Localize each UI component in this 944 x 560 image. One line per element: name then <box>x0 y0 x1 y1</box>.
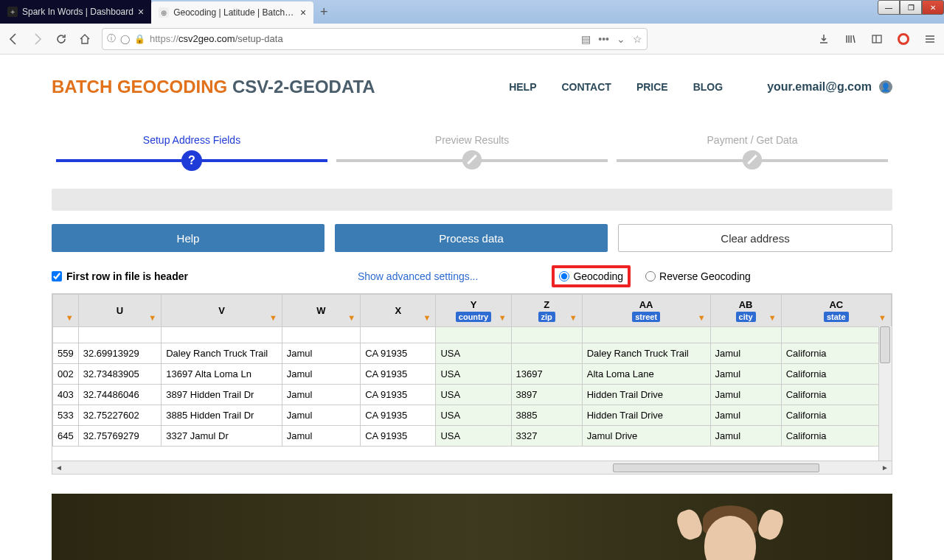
cell[interactable] <box>511 343 582 364</box>
cell[interactable]: California <box>781 426 891 447</box>
cell[interactable]: CA 91935 <box>361 364 436 385</box>
cell[interactable]: California <box>781 385 891 405</box>
horizontal-scrollbar[interactable]: ◄ ► <box>52 461 892 474</box>
column-header-z[interactable]: Zzip▼ <box>511 295 582 327</box>
cell[interactable]: CA 91935 <box>361 405 436 426</box>
cell[interactable]: USA <box>436 343 511 364</box>
cell[interactable]: Jamul <box>282 405 360 426</box>
chevron-down-icon[interactable]: ▼ <box>768 313 777 322</box>
column-header-ac[interactable]: ACstate▼ <box>781 295 891 327</box>
cell[interactable]: Jamul <box>282 385 360 405</box>
nav-price[interactable]: PRICE <box>636 81 668 93</box>
chevron-down-icon[interactable]: ▼ <box>148 313 156 322</box>
reload-button[interactable] <box>55 32 68 46</box>
close-icon[interactable]: × <box>300 7 306 18</box>
table-row[interactable]: 53332.752276023885 Hidden Trail DrJamulC… <box>53 405 892 426</box>
column-header-v[interactable]: V▼ <box>162 295 282 327</box>
tab-active[interactable]: ⊕ Geocoding | Latitude | Batch Ge × <box>151 1 313 24</box>
page-viewport[interactable]: BATCH GEOCODING CSV-2-GEODATA HELP CONTA… <box>0 55 944 560</box>
close-icon[interactable]: × <box>138 6 144 18</box>
library-icon[interactable] <box>844 32 857 46</box>
back-button[interactable] <box>7 32 21 46</box>
step-1[interactable]: Setup Address Fields ? <box>52 134 332 162</box>
cell[interactable]: Jamul <box>282 426 360 447</box>
table-row[interactable]: 00232.7348390513697 Alta Loma LnJamulCA … <box>53 364 892 385</box>
cell[interactable]: 3327 <box>511 426 582 447</box>
scroll-left-icon[interactable]: ◄ <box>52 463 66 472</box>
menu-button[interactable] <box>923 32 937 46</box>
cell[interactable]: 3897 <box>511 385 582 405</box>
cell[interactable]: USA <box>436 426 511 447</box>
chevron-down-icon[interactable]: ▼ <box>269 313 277 322</box>
header-row-checkbox[interactable]: First row in file is header <box>52 270 188 282</box>
cell[interactable]: 403 <box>53 385 79 405</box>
maximize-button[interactable]: ❐ <box>900 0 922 15</box>
info-icon[interactable]: ⓘ <box>107 32 116 45</box>
cell[interactable]: 533 <box>53 405 79 426</box>
scroll-thumb[interactable] <box>613 463 819 472</box>
home-button[interactable] <box>78 32 91 46</box>
cell[interactable]: 32.73483905 <box>78 364 161 385</box>
cell[interactable]: 32.74486046 <box>78 385 161 405</box>
cell[interactable]: Daley Ranch Truck Trail <box>162 343 282 364</box>
cell[interactable]: 559 <box>53 343 79 364</box>
column-header-x[interactable]: X▼ <box>361 295 436 327</box>
column-header-w[interactable]: W▼ <box>282 295 360 327</box>
cell[interactable]: California <box>781 364 891 385</box>
cell[interactable]: Daley Ranch Truck Trail <box>582 343 710 364</box>
chevron-down-icon[interactable]: ▼ <box>423 313 431 322</box>
cell[interactable]: CA 91935 <box>361 426 436 447</box>
cell[interactable]: Jamul <box>710 343 781 364</box>
download-icon[interactable] <box>817 32 830 46</box>
cell[interactable]: 645 <box>53 426 79 447</box>
cell[interactable]: USA <box>436 405 511 426</box>
new-tab-button[interactable]: + <box>313 0 334 24</box>
cell[interactable]: 32.69913929 <box>78 343 161 364</box>
vertical-scrollbar[interactable] <box>878 326 892 461</box>
url-bar[interactable]: ⓘ ◯ 🔒 https://csv2geo.com/setup-data ▤ •… <box>102 28 648 50</box>
cell[interactable]: 32.75227602 <box>78 405 161 426</box>
cell[interactable]: Hidden Trail Drive <box>582 385 710 405</box>
chevron-down-icon[interactable]: ▼ <box>878 313 886 322</box>
cell[interactable]: 3327 Jamul Dr <box>162 426 282 447</box>
nav-contact[interactable]: CONTACT <box>561 81 611 93</box>
process-data-button[interactable]: Process data <box>335 224 608 252</box>
cell[interactable]: 002 <box>53 364 79 385</box>
more-icon[interactable]: ••• <box>598 33 609 45</box>
opera-icon[interactable] <box>897 32 910 46</box>
cell[interactable]: 13697 Alta Loma Ln <box>162 364 282 385</box>
tab-inactive[interactable]: ✦ Spark In Words | Dashboard × <box>0 0 151 24</box>
nav-blog[interactable]: BLOG <box>693 81 723 93</box>
cell[interactable]: CA 91935 <box>361 343 436 364</box>
column-header-aa[interactable]: AAstreet▼ <box>582 295 710 327</box>
pocket-icon[interactable]: ⌄ <box>617 33 625 45</box>
table-row[interactable]: 64532.757692793327 Jamul DrJamulCA 91935… <box>53 426 892 447</box>
star-icon[interactable]: ☆ <box>633 33 642 45</box>
cell[interactable]: USA <box>436 364 511 385</box>
cell[interactable]: 3885 <box>511 405 582 426</box>
cell[interactable]: Jamul <box>282 364 360 385</box>
shield-icon[interactable]: ◯ <box>120 34 130 44</box>
column-header-u[interactable]: U▼ <box>78 295 161 327</box>
chevron-down-icon[interactable]: ▼ <box>569 313 577 322</box>
sidebar-icon[interactable] <box>870 32 884 46</box>
cell[interactable]: 32.75769279 <box>78 426 161 447</box>
radio-input[interactable] <box>645 271 656 281</box>
reader-icon[interactable]: ▤ <box>581 33 591 45</box>
avatar-icon[interactable]: 👤 <box>879 80 892 94</box>
chevron-down-icon[interactable]: ▼ <box>698 313 706 322</box>
cell[interactable]: Jamul <box>710 426 781 447</box>
geocoding-radio[interactable]: Geocoding <box>552 265 631 287</box>
cell[interactable]: California <box>781 343 891 364</box>
chevron-down-icon[interactable]: ▼ <box>66 313 74 322</box>
user-info[interactable]: your.email@g.com 👤 <box>767 80 892 94</box>
minimize-button[interactable]: — <box>878 0 900 15</box>
chevron-down-icon[interactable]: ▼ <box>499 313 507 322</box>
table-row[interactable]: 40332.744860463897 Hidden Trail DrJamulC… <box>53 385 892 405</box>
nav-help[interactable]: HELP <box>509 81 536 93</box>
help-button[interactable]: Help <box>52 224 324 252</box>
cell[interactable]: CA 91935 <box>361 385 436 405</box>
logo[interactable]: BATCH GEOCODING CSV-2-GEODATA <box>52 77 375 97</box>
clear-address-button[interactable]: Clear address <box>618 224 892 252</box>
column-header[interactable]: ▼ <box>53 295 79 327</box>
